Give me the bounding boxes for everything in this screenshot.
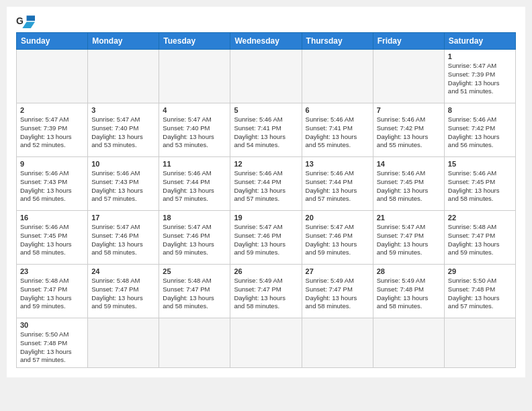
calendar-day-cell [159, 318, 230, 368]
calendar-day-cell: 27Sunrise: 5:49 AM Sunset: 7:47 PM Dayli… [302, 265, 373, 318]
day-number: 19 [234, 214, 298, 222]
day-number: 11 [163, 160, 226, 168]
calendar-day-cell: 23Sunrise: 5:48 AM Sunset: 7:47 PM Dayli… [17, 265, 88, 318]
calendar-day-cell: 1Sunrise: 5:47 AM Sunset: 7:39 PM Daylig… [444, 50, 515, 103]
day-number: 16 [20, 214, 84, 222]
calendar-week-row: 30Sunrise: 5:50 AM Sunset: 7:48 PM Dayli… [17, 318, 516, 368]
day-number: 3 [91, 106, 155, 114]
day-number: 8 [448, 106, 512, 114]
day-detail: Sunrise: 5:46 AM Sunset: 7:43 PM Dayligh… [20, 169, 84, 203]
calendar-day-cell [230, 318, 302, 368]
calendar-day-cell: 13Sunrise: 5:46 AM Sunset: 7:44 PM Dayli… [302, 157, 373, 211]
day-detail: Sunrise: 5:46 AM Sunset: 7:42 PM Dayligh… [448, 116, 512, 150]
day-detail: Sunrise: 5:48 AM Sunset: 7:47 PM Dayligh… [91, 277, 155, 311]
day-number: 22 [448, 214, 512, 222]
day-number: 27 [306, 267, 369, 275]
calendar-day-cell: 29Sunrise: 5:50 AM Sunset: 7:48 PM Dayli… [444, 265, 515, 318]
day-number: 17 [91, 214, 155, 222]
day-detail: Sunrise: 5:46 AM Sunset: 7:45 PM Dayligh… [448, 169, 512, 203]
logo-icon: G [16, 13, 35, 28]
calendar-day-cell: 24Sunrise: 5:48 AM Sunset: 7:47 PM Dayli… [88, 265, 159, 318]
day-detail: Sunrise: 5:46 AM Sunset: 7:41 PM Dayligh… [234, 116, 298, 150]
weekday-thursday: Thursday [302, 33, 373, 50]
day-detail: Sunrise: 5:47 AM Sunset: 7:39 PM Dayligh… [448, 62, 512, 96]
weekday-tuesday: Tuesday [159, 33, 230, 50]
calendar-day-cell: 6Sunrise: 5:46 AM Sunset: 7:41 PM Daylig… [302, 103, 373, 157]
day-detail: Sunrise: 5:46 AM Sunset: 7:44 PM Dayligh… [306, 169, 369, 203]
calendar-day-cell: 15Sunrise: 5:46 AM Sunset: 7:45 PM Dayli… [444, 157, 515, 211]
day-number: 30 [20, 321, 84, 329]
calendar-day-cell: 5Sunrise: 5:46 AM Sunset: 7:41 PM Daylig… [230, 103, 302, 157]
calendar-table: SundayMondayTuesdayWednesdayThursdayFrid… [16, 32, 516, 368]
day-detail: Sunrise: 5:47 AM Sunset: 7:40 PM Dayligh… [163, 116, 226, 150]
svg-marker-1 [27, 15, 35, 21]
day-detail: Sunrise: 5:47 AM Sunset: 7:46 PM Dayligh… [91, 223, 155, 257]
calendar-day-cell: 11Sunrise: 5:46 AM Sunset: 7:44 PM Dayli… [159, 157, 230, 211]
calendar-day-cell: 30Sunrise: 5:50 AM Sunset: 7:48 PM Dayli… [17, 318, 88, 368]
calendar-page: G SundayMondayTuesdayWednesdayThursdayFr… [7, 7, 525, 377]
calendar-day-cell: 10Sunrise: 5:46 AM Sunset: 7:43 PM Dayli… [88, 157, 159, 211]
weekday-header-row: SundayMondayTuesdayWednesdayThursdayFrid… [17, 33, 516, 50]
day-number: 4 [163, 106, 226, 114]
calendar-day-cell: 14Sunrise: 5:46 AM Sunset: 7:45 PM Dayli… [373, 157, 444, 211]
day-detail: Sunrise: 5:47 AM Sunset: 7:40 PM Dayligh… [91, 116, 155, 150]
day-detail: Sunrise: 5:50 AM Sunset: 7:48 PM Dayligh… [448, 277, 512, 311]
day-number: 2 [20, 106, 84, 114]
calendar-day-cell [88, 318, 159, 368]
day-detail: Sunrise: 5:47 AM Sunset: 7:46 PM Dayligh… [306, 223, 369, 257]
day-detail: Sunrise: 5:46 AM Sunset: 7:43 PM Dayligh… [91, 169, 155, 203]
day-number: 5 [234, 106, 298, 114]
weekday-monday: Monday [88, 33, 159, 50]
calendar-thead: SundayMondayTuesdayWednesdayThursdayFrid… [17, 33, 516, 50]
calendar-day-cell [373, 50, 444, 103]
calendar-week-row: 1Sunrise: 5:47 AM Sunset: 7:39 PM Daylig… [17, 50, 516, 103]
calendar-day-cell: 2Sunrise: 5:47 AM Sunset: 7:39 PM Daylig… [17, 103, 88, 157]
day-number: 29 [448, 267, 512, 275]
calendar-day-cell: 17Sunrise: 5:47 AM Sunset: 7:46 PM Dayli… [88, 211, 159, 265]
calendar-day-cell: 26Sunrise: 5:49 AM Sunset: 7:47 PM Dayli… [230, 265, 302, 318]
day-detail: Sunrise: 5:48 AM Sunset: 7:47 PM Dayligh… [163, 277, 226, 311]
calendar-header: G [16, 13, 516, 28]
calendar-day-cell [88, 50, 159, 103]
day-number: 15 [448, 160, 512, 168]
day-number: 24 [91, 267, 155, 275]
day-detail: Sunrise: 5:49 AM Sunset: 7:48 PM Dayligh… [377, 277, 441, 311]
calendar-day-cell: 20Sunrise: 5:47 AM Sunset: 7:46 PM Dayli… [302, 211, 373, 265]
day-detail: Sunrise: 5:49 AM Sunset: 7:47 PM Dayligh… [234, 277, 298, 311]
day-detail: Sunrise: 5:46 AM Sunset: 7:41 PM Dayligh… [306, 116, 369, 150]
calendar-day-cell: 18Sunrise: 5:47 AM Sunset: 7:46 PM Dayli… [159, 211, 230, 265]
day-number: 14 [377, 160, 441, 168]
calendar-day-cell: 9Sunrise: 5:46 AM Sunset: 7:43 PM Daylig… [17, 157, 88, 211]
day-detail: Sunrise: 5:48 AM Sunset: 7:47 PM Dayligh… [448, 223, 512, 257]
calendar-week-row: 16Sunrise: 5:46 AM Sunset: 7:45 PM Dayli… [17, 211, 516, 265]
calendar-week-row: 23Sunrise: 5:48 AM Sunset: 7:47 PM Dayli… [17, 265, 516, 318]
weekday-friday: Friday [373, 33, 444, 50]
day-detail: Sunrise: 5:47 AM Sunset: 7:46 PM Dayligh… [234, 223, 298, 257]
calendar-tbody: 1Sunrise: 5:47 AM Sunset: 7:39 PM Daylig… [17, 50, 516, 368]
calendar-day-cell [302, 50, 373, 103]
day-detail: Sunrise: 5:49 AM Sunset: 7:47 PM Dayligh… [306, 277, 369, 311]
day-number: 20 [306, 214, 369, 222]
day-number: 6 [306, 106, 369, 114]
day-number: 23 [20, 267, 84, 275]
calendar-day-cell [302, 318, 373, 368]
calendar-day-cell [17, 50, 88, 103]
day-number: 9 [20, 160, 84, 168]
day-number: 13 [306, 160, 369, 168]
day-number: 1 [448, 52, 512, 60]
day-detail: Sunrise: 5:46 AM Sunset: 7:45 PM Dayligh… [20, 223, 84, 257]
weekday-sunday: Sunday [17, 33, 88, 50]
day-detail: Sunrise: 5:47 AM Sunset: 7:46 PM Dayligh… [163, 223, 226, 257]
calendar-week-row: 9Sunrise: 5:46 AM Sunset: 7:43 PM Daylig… [17, 157, 516, 211]
calendar-day-cell: 25Sunrise: 5:48 AM Sunset: 7:47 PM Dayli… [159, 265, 230, 318]
calendar-day-cell [159, 50, 230, 103]
day-detail: Sunrise: 5:47 AM Sunset: 7:39 PM Dayligh… [20, 116, 84, 150]
calendar-day-cell: 22Sunrise: 5:48 AM Sunset: 7:47 PM Dayli… [444, 211, 515, 265]
svg-marker-2 [22, 22, 35, 28]
calendar-day-cell: 19Sunrise: 5:47 AM Sunset: 7:46 PM Dayli… [230, 211, 302, 265]
weekday-wednesday: Wednesday [230, 33, 302, 50]
calendar-week-row: 2Sunrise: 5:47 AM Sunset: 7:39 PM Daylig… [17, 103, 516, 157]
day-detail: Sunrise: 5:48 AM Sunset: 7:47 PM Dayligh… [20, 277, 84, 311]
calendar-day-cell [444, 318, 515, 368]
day-detail: Sunrise: 5:47 AM Sunset: 7:47 PM Dayligh… [377, 223, 441, 257]
